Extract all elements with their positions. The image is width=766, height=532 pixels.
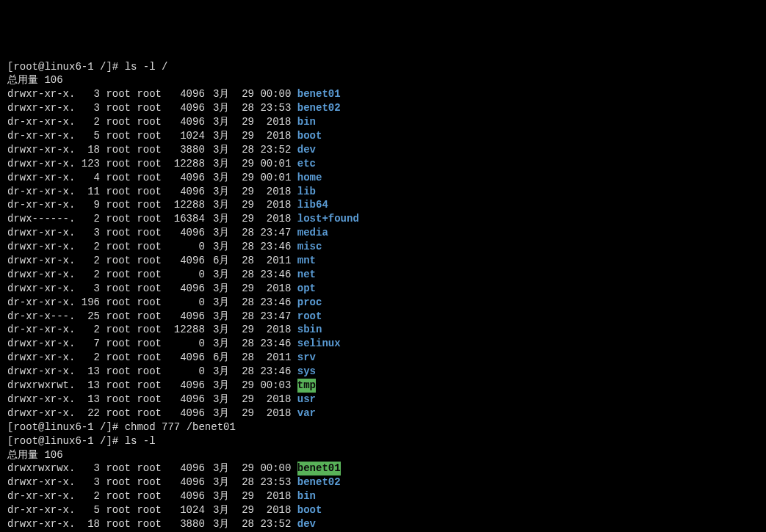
file-day: 29 [229,87,254,101]
file-size: 16384 [167,212,204,226]
file-name: bin [297,489,316,503]
file-month: 3月 [205,323,230,337]
file-time: 00:01 [254,171,291,185]
ls-row: drwx------.2 rootroot163843月292018lost+f… [7,212,759,226]
link-count: 18 [75,143,100,157]
file-month: 3月 [205,393,230,407]
file-month: 3月 [205,282,230,296]
file-size: 4096 [167,393,204,407]
file-time: 23:53 [254,475,291,489]
file-permissions: drwxr-xr-x. [7,407,75,420]
file-day: 29 [229,379,254,393]
file-owner: root [106,268,137,282]
file-permissions: drwxrwxrwx. [7,462,75,475]
file-month: 3月 [205,171,230,185]
file-day: 28 [229,101,254,115]
file-day: 28 [229,310,254,324]
file-time: 2011 [254,254,291,268]
file-group: root [137,517,167,531]
file-time: 2018 [254,115,291,129]
file-size: 4096 [167,310,204,324]
file-time: 2018 [254,393,291,407]
file-day: 29 [229,407,254,420]
file-permissions: drwxr-xr-x. [7,337,75,351]
file-owner: root [106,282,137,296]
file-day: 28 [229,337,254,351]
file-day: 28 [229,475,254,489]
file-size: 12288 [167,157,204,171]
file-name: boot [297,129,322,143]
file-month: 3月 [205,296,230,310]
ls-row: dr-xr-xr-x.5 rootroot10243月292018boot [7,503,759,517]
file-size: 0 [167,268,204,282]
ls-row: drwxr-xr-x.123 rootroot122883月2900:01etc [7,157,759,171]
file-permissions: drwxrwxrwt. [7,379,75,393]
total-header: 总用量 106 [7,73,759,87]
file-time: 2018 [254,503,291,517]
ls-row: drwxr-xr-x.22 rootroot40963月292018var [7,407,759,420]
file-time: 2018 [254,407,291,420]
file-permissions: drwxr-xr-x. [7,226,75,240]
file-group: root [137,143,167,157]
file-month: 3月 [205,310,230,324]
file-permissions: drwxr-xr-x. [7,393,75,407]
file-month: 3月 [205,226,230,240]
file-day: 28 [229,365,254,379]
file-size: 12288 [167,323,204,337]
file-month: 3月 [205,462,230,475]
ls-row: drwxr-xr-x.3 rootroot40963月292018opt [7,282,759,296]
file-name: bin [297,115,316,129]
file-group: root [137,240,167,254]
file-permissions: dr-xr-xr-x. [7,489,75,503]
file-name: usr [297,393,316,407]
file-group: root [137,157,167,171]
link-count: 25 [75,310,100,324]
file-name: opt [297,282,316,296]
file-time: 00:00 [254,87,291,101]
file-owner: root [106,185,137,199]
file-day: 29 [229,198,254,212]
link-count: 22 [75,407,100,420]
terminal-output[interactable]: [root@linux6-1 /]# ls -l /总用量 106drwxr-x… [7,60,759,531]
link-count: 5 [75,129,100,143]
link-count: 3 [75,462,100,475]
file-owner: root [106,115,137,129]
file-size: 0 [167,337,204,351]
link-count: 13 [75,379,100,393]
file-size: 0 [167,240,204,254]
file-size: 4096 [167,101,204,115]
ls-row: drwxr-xr-x.3 rootroot40963月2900:00benet0… [7,87,759,101]
file-group: root [137,323,167,337]
file-owner: root [106,226,137,240]
file-day: 29 [229,115,254,129]
link-count: 3 [75,226,100,240]
file-group: root [137,337,167,351]
file-month: 6月 [205,254,230,268]
file-size: 4096 [167,87,204,101]
file-time: 23:46 [254,337,291,351]
file-permissions: dr-xr-xr-x. [7,129,75,143]
file-name: var [297,407,316,420]
file-time: 2018 [254,489,291,503]
file-size: 0 [167,365,204,379]
file-time: 2018 [254,129,291,143]
file-name: sys [297,365,316,379]
link-count: 3 [75,87,100,101]
file-permissions: drwxr-xr-x. [7,87,75,101]
file-day: 29 [229,282,254,296]
file-permissions: drwxr-xr-x. [7,475,75,489]
file-month: 3月 [205,337,230,351]
shell-prompt-line[interactable]: [root@linux6-1 /]# ls -l / [7,60,759,74]
ls-row: drwxr-xr-x.7 rootroot03月2823:46selinux [7,337,759,351]
file-owner: root [106,379,137,393]
file-permissions: drwxr-xr-x. [7,157,75,171]
shell-prompt-line[interactable]: [root@linux6-1 /]# chmod 777 /benet01 [7,420,759,434]
file-day: 28 [229,143,254,157]
link-count: 18 [75,517,100,531]
file-owner: root [106,296,137,310]
ls-row: drwxr-xr-x.3 rootroot40963月2823:53benet0… [7,101,759,115]
shell-prompt-line[interactable]: [root@linux6-1 /]# ls -l [7,434,759,448]
file-name: dev [297,143,316,157]
file-day: 29 [229,212,254,226]
file-size: 4096 [167,489,204,503]
